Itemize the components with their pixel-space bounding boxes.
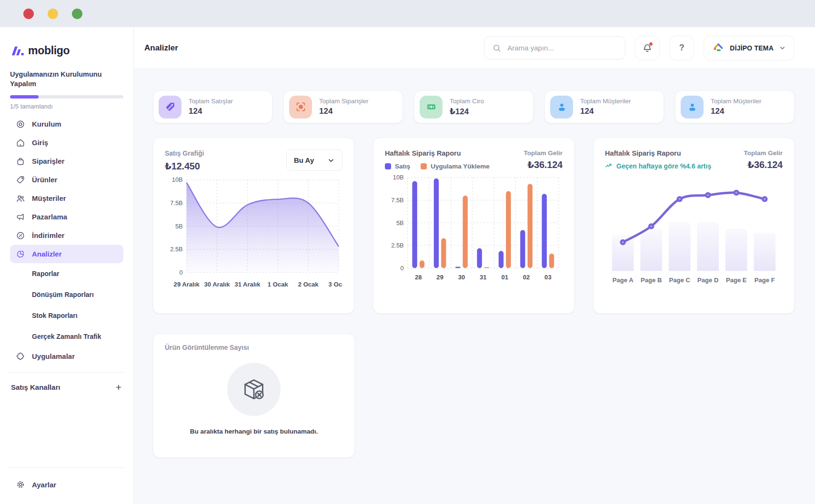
sidebar-item-label: Pazarlama — [32, 213, 67, 221]
sidebar-item-urunler[interactable]: Ürünler — [10, 170, 123, 189]
weekly-order-bar-card: Haftalık Sipariş Raporu Satış Uygulama Y… — [373, 138, 574, 314]
app-logo[interactable]: mobligo — [10, 44, 123, 57]
sidebar: mobligo Uygulamanızın Kurulumunu Yapalım… — [0, 27, 134, 504]
stat-label: Toplam Müşteriler — [711, 98, 762, 105]
sidebar-item-kurulum[interactable]: Kurulum — [10, 115, 123, 133]
legend-item-satis: Satış — [385, 163, 410, 170]
notification-badge — [649, 42, 653, 46]
chart-title: Haftalık Sipariş Raporu — [605, 149, 711, 157]
svg-text:01: 01 — [501, 274, 508, 281]
notifications-button[interactable] — [635, 36, 660, 60]
chart-value: ₺12.450 — [165, 160, 204, 172]
svg-text:Page D: Page D — [697, 277, 718, 284]
sidebar-item-label: Ayarlar — [32, 481, 56, 489]
pie-chart-icon — [16, 249, 25, 259]
sidebar-item-siparisler[interactable]: Siparişler — [10, 152, 123, 170]
tag-icon — [16, 175, 25, 185]
legend-label: Satış — [395, 163, 410, 170]
sidebar-item-label: Müşteriler — [32, 194, 66, 202]
svg-text:2.5B: 2.5B — [170, 246, 183, 253]
svg-text:5B: 5B — [396, 219, 404, 227]
tag-icon — [164, 101, 176, 113]
page-header: Analizler ? — [134, 27, 815, 69]
svg-text:0: 0 — [401, 265, 404, 272]
search-input[interactable] — [507, 44, 617, 52]
help-icon: ? — [679, 43, 684, 53]
help-button[interactable]: ? — [669, 36, 694, 60]
bottom-row: Ürün Görüntülenme Sayısı Bu aralıkta her… — [153, 334, 795, 458]
megaphone-icon — [16, 212, 25, 222]
sidebar-item-giris[interactable]: Giriş — [10, 133, 123, 152]
stats-row: Toplam Satışlar 124 — [153, 90, 795, 123]
traffic-light-close[interactable] — [23, 9, 34, 19]
total-revenue-value: ₺36.124 — [744, 159, 783, 170]
setup-title: Uygulamanızın Kurulumunu Yapalım — [10, 70, 112, 89]
card-title: Ürün Görüntülenme Sayısı — [165, 344, 343, 351]
theme-name: DİJİPO TEMA — [730, 44, 774, 52]
users-icon — [16, 194, 25, 203]
svg-text:7.5B: 7.5B — [391, 197, 404, 204]
sidebar-item-musteriler[interactable]: Müşteriler — [10, 189, 123, 208]
target-icon — [16, 119, 25, 129]
analizler-subnav: Raporlar Dönüşüm Raporları Stok Raporlar… — [10, 263, 123, 347]
svg-text:30 Aralık: 30 Aralık — [204, 281, 230, 288]
charts-row: Satış Grafiği ₺12.450 Bu Ay 02.5B5B7.5B1… — [153, 138, 795, 314]
svg-text:29: 29 — [436, 274, 443, 281]
sidebar-subitem-raporlar[interactable]: Raporlar — [10, 263, 123, 284]
chart-legend: Satış Uygulama Yükleme — [385, 163, 490, 170]
content-area: Toplam Satışlar 124 — [134, 69, 815, 504]
sidebar-item-label: Uygulamalar — [32, 352, 75, 360]
search-box[interactable] — [484, 36, 625, 59]
svg-text:1 Ocak: 1 Ocak — [268, 281, 289, 288]
trend-subtitle-text: Geçen haftaya göre %4.6 artış — [616, 162, 711, 170]
sidebar-subitem-donusum-raporlari[interactable]: Dönüşüm Raporları — [10, 284, 123, 305]
add-sales-channel-button[interactable]: + — [116, 382, 121, 392]
svg-text:Page F: Page F — [755, 277, 775, 284]
stat-card-toplam-siparisler: Toplam Siparişler 124 — [283, 90, 403, 123]
period-dropdown[interactable]: Bu Ay — [286, 149, 342, 171]
svg-text:02: 02 — [523, 274, 530, 281]
sales-channels-row: Satış Kanalları + — [10, 378, 123, 395]
traffic-light-minimize[interactable] — [48, 9, 58, 19]
legend-label: Uygulama Yükleme — [431, 163, 490, 170]
stat-label: Toplam Ciro — [450, 98, 484, 105]
sidebar-item-label: Giriş — [32, 138, 48, 147]
sidebar-item-label: Kurulum — [32, 120, 61, 128]
sidebar-item-ayarlar[interactable]: Ayarlar — [10, 474, 123, 495]
main-area: Analizler ? — [134, 27, 815, 504]
dijipo-house-icon — [712, 42, 724, 54]
sales-channels-label: Satış Kanalları — [11, 383, 60, 391]
traffic-light-zoom[interactable] — [72, 9, 82, 19]
search-icon — [492, 43, 502, 53]
sidebar-item-uygulamalar[interactable]: Uygulamalar — [10, 347, 123, 366]
total-revenue-value: ₺36.124 — [523, 159, 563, 170]
sidebar-nav: Kurulum Giriş Siparişler Ürünler — [10, 115, 123, 366]
svg-text:7.5B: 7.5B — [170, 199, 183, 207]
weekly-order-line-chart: Page APage BPage CPage DPage EPage F — [605, 174, 783, 287]
sidebar-subitem-gercek-zamanli-trafik[interactable]: Gerçek Zamanlı Trafik — [10, 326, 123, 347]
legend-swatch — [421, 163, 427, 169]
svg-text:30: 30 — [458, 274, 465, 281]
sidebar-footer-divider — [9, 467, 124, 468]
sidebar-subitem-stok-raporlari[interactable]: Stok Raporları — [10, 305, 123, 326]
stat-tile — [159, 96, 181, 119]
chart-title: Satış Grafiği — [165, 149, 204, 157]
sidebar-item-analizler[interactable]: Analizler — [10, 245, 123, 263]
sidebar-item-indirimler[interactable]: İndirimler — [10, 226, 123, 245]
sidebar-divider — [9, 372, 124, 373]
user-icon — [686, 101, 698, 113]
chevron-down-icon — [327, 157, 335, 164]
svg-text:10B: 10B — [393, 174, 404, 181]
svg-text:29 Aralık: 29 Aralık — [174, 281, 200, 288]
svg-text:03: 03 — [544, 274, 552, 281]
discount-icon — [16, 231, 25, 240]
sidebar-item-pazarlama[interactable]: Pazarlama — [10, 208, 123, 226]
svg-text:10B: 10B — [172, 176, 183, 183]
empty-package-icon — [241, 377, 266, 402]
theme-selector[interactable]: DİJİPO TEMA — [704, 36, 795, 60]
period-dropdown-value: Bu Ay — [294, 156, 314, 164]
legend-swatch — [385, 163, 391, 169]
mobligo-logo-icon — [10, 45, 24, 57]
stat-value: 124 — [711, 107, 762, 116]
svg-text:Page E: Page E — [726, 277, 747, 284]
